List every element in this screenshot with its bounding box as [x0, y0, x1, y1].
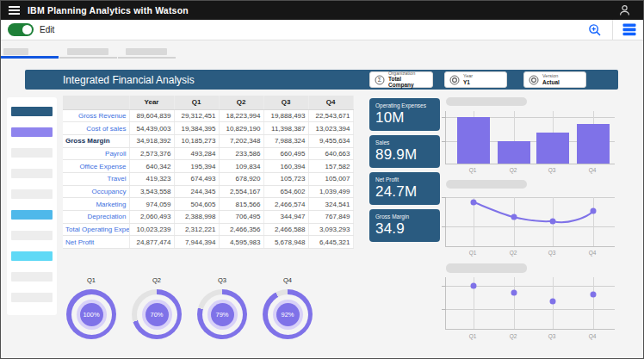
- donut-ring[interactable]: 100%: [66, 289, 116, 339]
- cell-value: 2,060,493: [129, 211, 174, 224]
- donut-ring[interactable]: 92%: [263, 289, 313, 339]
- filter-version[interactable]: Version Actual: [523, 71, 586, 88]
- donut-halo: 100%: [77, 300, 107, 330]
- kpi-card-gross-margin[interactable]: Gross Margin34.9: [369, 209, 440, 242]
- donut-ring[interactable]: 70%: [132, 289, 182, 339]
- cell-value: 10,023,239: [129, 223, 174, 236]
- bar-q3[interactable]: [536, 133, 569, 164]
- kpi-card-sales[interactable]: Sales89.9M: [369, 135, 440, 168]
- tab-2[interactable]: [59, 42, 117, 59]
- edit-toggle[interactable]: [8, 23, 34, 36]
- cell-value: 105,007: [308, 172, 353, 185]
- cell-value: 2,388,998: [174, 211, 219, 224]
- kpi-value: 34.9: [375, 220, 440, 238]
- cell-value: 157,582: [308, 160, 353, 173]
- line-chart-title-placeholder: [446, 180, 527, 189]
- column-header: Q1: [174, 96, 219, 109]
- line-point-q4[interactable]: [591, 208, 597, 214]
- cell-value: 504,605: [174, 198, 219, 211]
- row-label[interactable]: Cost of sales: [63, 122, 129, 135]
- toolbar: Edit: [1, 20, 643, 40]
- cell-value: 3,543,558: [129, 185, 174, 198]
- legend-swatch-7: [11, 231, 53, 240]
- x-axis-label: Q1: [469, 333, 477, 339]
- x-axis-label: Q4: [589, 333, 597, 339]
- toolbar-divider: [612, 20, 613, 40]
- table-row: Marketing974,059504,605815,5662,466,5743…: [63, 198, 353, 211]
- table-row: Cost of sales54,439,00319,384,39510,829,…: [63, 122, 353, 135]
- row-label[interactable]: Occupancy: [63, 185, 129, 198]
- axis-tick: [442, 117, 446, 118]
- cell-value: 18,223,994: [219, 109, 263, 122]
- cell-value: 706,495: [219, 211, 263, 224]
- bar-q4[interactable]: [577, 124, 610, 164]
- scatter-point-q4[interactable]: [591, 292, 597, 298]
- scatter-point-q1[interactable]: [471, 282, 477, 288]
- scatter-point-q2[interactable]: [511, 290, 517, 296]
- table-corner-cell: [63, 96, 129, 109]
- row-label[interactable]: Payroll: [63, 147, 129, 160]
- cell-value: 767,849: [308, 211, 353, 224]
- cell-value: 2,466,356: [219, 223, 263, 236]
- cell-value: 419,323: [129, 172, 174, 185]
- scatter-point-q3[interactable]: [550, 299, 556, 305]
- cell-value: 324,541: [308, 198, 353, 211]
- donut-ring[interactable]: 79%: [197, 289, 247, 339]
- row-label: Gross Margin: [63, 134, 129, 147]
- cell-value: 160,394: [263, 160, 308, 173]
- legend-swatch-10: [11, 293, 53, 302]
- scatter-chart-x-labels: Q1Q2Q3Q4: [445, 333, 615, 341]
- column-header: Q2: [219, 96, 263, 109]
- donut-hole: 100%: [71, 294, 112, 335]
- row-label[interactable]: Marketing: [63, 198, 129, 211]
- row-label[interactable]: Travel: [63, 172, 129, 185]
- user-icon[interactable]: [619, 4, 630, 16]
- financial-table: YearQ1Q2Q3Q4Gross Revenue89,604,83929,31…: [63, 96, 353, 249]
- menu-icon[interactable]: [9, 6, 20, 15]
- zoom-in-icon[interactable]: [588, 23, 602, 37]
- legend-swatch-6: [11, 210, 53, 220]
- cell-value: 10,829,190: [219, 122, 263, 135]
- line-chart-x-labels: Q1Q2Q3Q4: [445, 250, 615, 257]
- x-axis-label: Q4: [589, 250, 597, 256]
- tab-1[interactable]: [1, 42, 59, 59]
- kpi-card-operating-expenses[interactable]: Operating Expenses10M: [369, 98, 440, 131]
- row-label[interactable]: Net Profit: [63, 236, 129, 249]
- x-axis-label: Q1: [469, 167, 477, 173]
- filter-value: Y1: [463, 80, 473, 86]
- line-point-q1[interactable]: [471, 199, 477, 205]
- bar-chart-x-labels: Q1Q2Q3Q4: [445, 167, 615, 175]
- cell-value: 195,394: [174, 160, 219, 173]
- bar-chart-title-placeholder: [446, 97, 527, 106]
- filter-year[interactable]: Year Y1: [444, 71, 507, 88]
- tab-2-label-placeholder: [67, 48, 108, 55]
- tab-3[interactable]: [118, 42, 176, 59]
- cell-value: 660,495: [263, 147, 308, 160]
- bar-q2[interactable]: [498, 141, 530, 164]
- row-label[interactable]: Office Expense: [63, 160, 129, 173]
- filter-value: Actual: [542, 80, 560, 86]
- database-icon[interactable]: [622, 23, 636, 36]
- kpi-card-net-profit[interactable]: Net Profit24.7M: [369, 172, 440, 205]
- line-point-q3[interactable]: [550, 218, 556, 224]
- cell-value: 5,678,948: [263, 236, 308, 249]
- row-label[interactable]: Total Operating Expe: [63, 223, 129, 236]
- scatter-chart-title-placeholder: [446, 263, 527, 273]
- filter-organization[interactable]: Σ Organization Total Company: [369, 71, 433, 88]
- column-header: Year: [129, 96, 174, 109]
- cell-value: 244,345: [174, 185, 219, 198]
- cell-value: 815,566: [219, 198, 263, 211]
- x-axis-label: Q3: [548, 167, 556, 173]
- row-label[interactable]: Depreciation: [63, 211, 129, 224]
- line-point-q2[interactable]: [511, 214, 517, 220]
- cell-value: 13,023,394: [308, 122, 353, 135]
- bar-chart: [445, 111, 615, 164]
- cell-value: 6,445,321: [308, 236, 353, 249]
- donut-percentage: 79%: [211, 303, 234, 326]
- x-axis-label: Q2: [510, 250, 517, 256]
- cell-value: 2,466,588: [263, 223, 308, 236]
- bar-q1[interactable]: [457, 117, 490, 164]
- cell-value: 9,455,634: [308, 134, 353, 147]
- cell-value: 19,384,395: [174, 122, 219, 135]
- row-label[interactable]: Gross Revenue: [63, 109, 129, 122]
